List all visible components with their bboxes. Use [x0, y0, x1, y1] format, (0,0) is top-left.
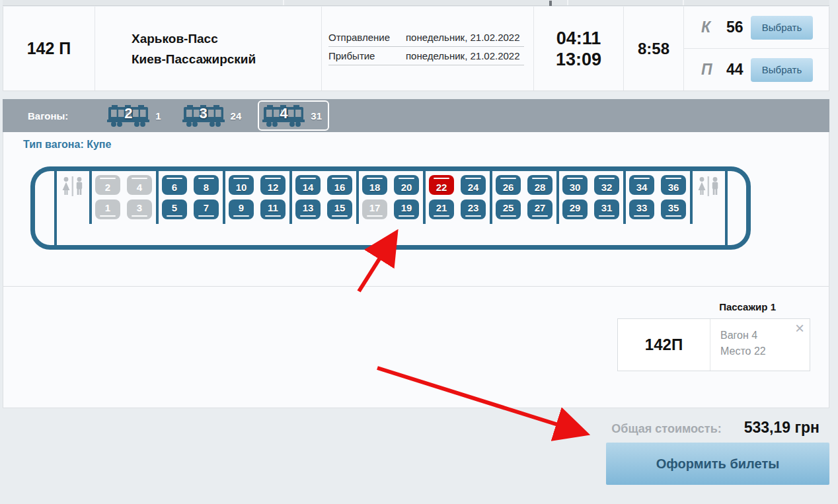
trip-duration: 8:58: [638, 40, 669, 58]
seat-13[interactable]: 13: [295, 199, 321, 219]
wc-icon: [693, 171, 724, 200]
compartment-divider: [490, 171, 492, 224]
departure-time: 04:11: [556, 28, 601, 49]
seat-20[interactable]: 20: [394, 175, 419, 195]
total-cost-label: Общая стоимость:: [611, 422, 721, 436]
seat-34[interactable]: 34: [629, 175, 654, 195]
compartment-1: 2413: [92, 171, 155, 219]
compartment-6: 22242123: [426, 171, 489, 219]
train-number-cell: 142 П: [3, 7, 95, 90]
compartment-divider: [556, 171, 559, 224]
wagon-number: 4: [262, 105, 305, 122]
wagon-number: 2: [107, 105, 149, 122]
seat-24[interactable]: 24: [461, 175, 486, 195]
compartment-7: 26282527: [492, 171, 556, 219]
seat-17: 17: [362, 199, 387, 219]
compartment-divider: [690, 171, 693, 224]
class-code: П: [701, 61, 721, 79]
passenger-train-number: 142П: [618, 319, 710, 371]
select-class-button[interactable]: Выбрать: [751, 58, 813, 82]
seat-36[interactable]: 36: [661, 175, 686, 195]
class-row: К56Выбрать: [684, 7, 829, 48]
seat-33[interactable]: 33: [629, 199, 654, 219]
compartment-2: 6857: [159, 171, 222, 219]
seat-3: 3: [127, 199, 152, 219]
seat-9[interactable]: 9: [229, 199, 254, 219]
schedule-date: понедельник, 21.02.2022: [406, 32, 520, 43]
class-row: П44Выбрать: [684, 48, 829, 90]
schedule-date: понедельник, 21.02.2022: [406, 50, 520, 61]
compartment-9: 34363335: [626, 171, 689, 219]
wagon-free-count: 1: [155, 110, 161, 122]
seat-10[interactable]: 10: [229, 175, 254, 195]
class-free-count: 56: [726, 18, 743, 36]
cutoff-header-row: [3, 0, 829, 6]
total-cost-row: Общая стоимость: 533,19 грн: [611, 419, 819, 437]
seat-28[interactable]: 28: [527, 175, 552, 195]
seat-35[interactable]: 35: [661, 199, 686, 219]
times-cell: 04:11 13:09: [534, 7, 624, 90]
header-sort-indicator: [549, 1, 552, 6]
wagon-item-4[interactable]: 431: [258, 100, 329, 131]
seat-29[interactable]: 29: [562, 199, 588, 219]
train-result-row: 142 П Харьков-Пасс Киев-Пассажирский Отп…: [3, 7, 829, 91]
class-list: К56ВыбратьП44Выбрать: [684, 7, 829, 90]
wagon-type-label: Тип вагона: Купе: [23, 139, 111, 151]
seat-23[interactable]: 23: [461, 199, 486, 219]
compartment-divider: [725, 171, 728, 245]
compartment-divider: [89, 171, 92, 224]
header-divider: [283, 0, 284, 5]
compartment-8: 30322931: [559, 171, 623, 219]
compartment-3: 1012911: [225, 171, 289, 219]
seat-14[interactable]: 14: [295, 175, 321, 195]
stations-cell: Харьков-Пасс Киев-Пассажирский: [95, 7, 322, 90]
checkout-button[interactable]: Оформить билеты: [606, 443, 829, 485]
seat-31[interactable]: 31: [594, 199, 619, 219]
seat-8[interactable]: 8: [194, 175, 219, 195]
wagon-item-2[interactable]: 21: [102, 100, 168, 131]
compartment-divider: [289, 171, 292, 224]
seat-2: 2: [95, 175, 120, 195]
train-car-icon: 3: [182, 104, 225, 127]
seat-22[interactable]: 22: [429, 175, 454, 195]
remove-passenger-icon[interactable]: ×: [795, 320, 804, 336]
passenger-title: Пассажир 1: [719, 301, 776, 312]
compartment-divider: [356, 171, 359, 224]
seat-30[interactable]: 30: [562, 175, 588, 195]
passenger-seat: Место 22: [720, 343, 810, 359]
passenger-card: 142П Вагон 4 Место 22 ×: [617, 318, 810, 371]
seat-11[interactable]: 11: [260, 199, 286, 219]
wagon-item-3[interactable]: 324: [178, 100, 249, 131]
compartment-divider: [423, 171, 426, 224]
seat-7[interactable]: 7: [194, 199, 219, 219]
train-car-icon: 2: [107, 104, 149, 127]
seat-18[interactable]: 18: [362, 175, 387, 195]
seat-27[interactable]: 27: [527, 199, 552, 219]
seat-15[interactable]: 15: [327, 199, 352, 219]
schedule-label: Прибытие: [328, 50, 406, 61]
schedule-label: Отправление: [328, 32, 406, 43]
header-divider: [567, 0, 568, 5]
panel-divider: [3, 286, 829, 287]
duration-cell: 8:58: [624, 7, 684, 90]
compartment-divider: [54, 171, 57, 245]
wagons-bar: Вагоны: 21 324: [3, 99, 829, 132]
wagon-free-count: 31: [311, 110, 322, 122]
seat-5[interactable]: 5: [162, 199, 187, 219]
seat-6[interactable]: 6: [162, 175, 187, 195]
seat-26[interactable]: 26: [496, 175, 521, 195]
seat-32[interactable]: 32: [594, 175, 619, 195]
train-car-icon: 4: [262, 104, 305, 127]
seat-12[interactable]: 12: [260, 175, 286, 195]
seat-19[interactable]: 19: [394, 199, 419, 219]
station-to: Киев-Пассажирский: [132, 49, 256, 69]
seat-25[interactable]: 25: [496, 199, 521, 219]
seat-1: 1: [95, 199, 120, 219]
select-class-button[interactable]: Выбрать: [751, 16, 813, 40]
seat-21[interactable]: 21: [429, 199, 454, 219]
seat-map-train: 2413685710129111416131518201719222421232…: [30, 166, 751, 250]
wagon-number: 3: [182, 105, 225, 122]
seat-4: 4: [127, 175, 152, 195]
seat-16[interactable]: 16: [327, 175, 352, 195]
compartment-5: 18201719: [359, 171, 422, 219]
